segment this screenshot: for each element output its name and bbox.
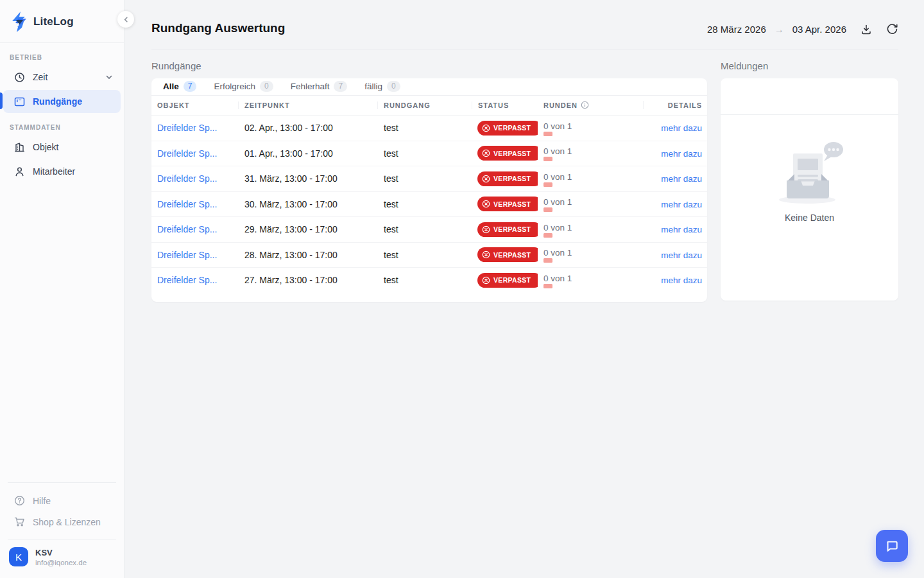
tab-count-badge: 7 <box>184 81 197 92</box>
runden-cell: 0 von 1 <box>538 272 644 288</box>
user-menu[interactable]: K KSV info@iqonex.de <box>0 539 124 569</box>
status-badge: VERPASST <box>477 247 538 262</box>
sidebar-item-label: Hilfe <box>33 496 113 506</box>
runden-cell: 0 von 1 <box>538 171 644 187</box>
mehr-dazu-link[interactable]: mehr dazu <box>661 276 702 285</box>
page-header: Rundgang Auswertung 28 März 2026 → 03 Ap… <box>151 0 898 49</box>
status-badge: VERPASST <box>477 197 538 211</box>
table-row: Dreifelder Sp... 30. März, 13:00 - 17:00… <box>151 191 707 217</box>
sidebar-section-betrieb: Betrieb <box>10 54 124 61</box>
runden-cell: 0 von 1 <box>538 222 644 238</box>
rundgaenge-table-card: Alle 7 Erfolgreich 0 Fehlerhaft 7 fällig… <box>151 78 707 302</box>
status-label: VERPASST <box>493 150 531 157</box>
zeitpunkt-cell: 31. März, 13:00 - 17:00 <box>239 173 378 184</box>
table-row: Dreifelder Sp... 02. Apr., 13:00 - 17:00… <box>151 115 707 141</box>
date-to[interactable]: 03 Apr. 2026 <box>792 24 846 35</box>
meldungen-card-header <box>721 78 898 115</box>
app-name: LiteLog <box>33 15 74 28</box>
tab-label: Alle <box>163 82 179 91</box>
sidebar-item-objekt[interactable]: Objekt <box>3 136 121 159</box>
column-header-zeitpunkt: Zeitpunkt <box>239 101 378 109</box>
x-circle-icon <box>482 250 490 259</box>
table-row: Dreifelder Sp... 29. März, 13:00 - 17:00… <box>151 216 707 242</box>
status-badge: VERPASST <box>477 121 538 136</box>
sidebar-item-zeit[interactable]: Zeit <box>3 66 121 89</box>
main-content: Rundgang Auswertung 28 März 2026 → 03 Ap… <box>124 0 924 578</box>
refresh-button[interactable] <box>886 23 898 35</box>
tab-label: Fehlerhaft <box>291 82 330 91</box>
sidebar-item-shop[interactable]: Shop & Lizenzen <box>3 512 121 532</box>
rundgaenge-icon <box>14 96 25 107</box>
x-circle-icon <box>482 149 490 157</box>
column-header-rundgang: Rundgang <box>378 101 472 109</box>
tab-count-badge: 0 <box>387 81 400 92</box>
status-label: VERPASST <box>493 200 531 208</box>
status-badge: VERPASST <box>477 171 538 186</box>
building-icon <box>14 142 25 153</box>
tab-alle[interactable]: Alle 7 <box>163 81 196 92</box>
refresh-icon <box>886 23 898 35</box>
zeitpunkt-cell: 01. Apr., 13:00 - 17:00 <box>239 148 378 159</box>
page-title: Rundgang Auswertung <box>151 21 285 35</box>
sidebar-item-rundgaenge[interactable]: Rundgänge <box>3 90 121 113</box>
sidebar-item-label: Objekt <box>33 142 113 152</box>
runden-cell: 0 von 1 <box>538 120 644 136</box>
x-circle-icon <box>482 200 490 208</box>
filter-tabs: Alle 7 Erfolgreich 0 Fehlerhaft 7 fällig… <box>151 78 707 96</box>
table-row: Dreifelder Sp... 27. März, 13:00 - 17:00… <box>151 267 707 293</box>
objekt-link[interactable]: Dreifelder Sp... <box>157 224 217 234</box>
objekt-link[interactable]: Dreifelder Sp... <box>157 173 217 184</box>
x-circle-icon <box>482 276 490 285</box>
sidebar-item-label: Rundgänge <box>33 96 113 107</box>
sidebar-collapse-button[interactable] <box>117 11 134 28</box>
table-row: Dreifelder Sp... 01. Apr., 13:00 - 17:00… <box>151 141 707 166</box>
mehr-dazu-link[interactable]: mehr dazu <box>661 200 702 209</box>
tab-label: Erfolgreich <box>214 82 255 91</box>
tab-faellig[interactable]: fällig 0 <box>364 81 400 92</box>
meldungen-card: Keine Daten <box>721 78 898 301</box>
objekt-link[interactable]: Dreifelder Sp... <box>157 148 217 159</box>
clock-icon <box>14 72 25 83</box>
rundgang-cell: test <box>378 199 472 209</box>
chevron-left-icon <box>123 16 130 23</box>
chat-support-button[interactable] <box>876 530 908 562</box>
runden-cell: 0 von 1 <box>538 196 644 212</box>
rundgang-cell: test <box>378 173 472 184</box>
column-header-objekt: Objekt <box>151 101 239 109</box>
objekt-link[interactable]: Dreifelder Sp... <box>157 199 217 209</box>
mehr-dazu-link[interactable]: mehr dazu <box>661 250 702 260</box>
objekt-link[interactable]: Dreifelder Sp... <box>157 250 217 260</box>
progress-bar <box>543 233 552 238</box>
rundgang-cell: test <box>378 148 472 159</box>
active-indicator <box>0 92 3 109</box>
info-icon[interactable] <box>581 101 589 109</box>
cart-icon <box>14 516 25 527</box>
objekt-link[interactable]: Dreifelder Sp... <box>157 275 217 285</box>
mehr-dazu-link[interactable]: mehr dazu <box>661 225 702 234</box>
zeitpunkt-cell: 29. März, 13:00 - 17:00 <box>239 224 378 234</box>
mehr-dazu-link[interactable]: mehr dazu <box>661 149 702 159</box>
mehr-dazu-link[interactable]: mehr dazu <box>661 174 702 184</box>
sidebar-item-mitarbeiter[interactable]: Mitarbeiter <box>3 160 121 183</box>
sidebar-item-label: Zeit <box>33 72 98 82</box>
objekt-link[interactable]: Dreifelder Sp... <box>157 123 217 133</box>
column-header-details: Details <box>644 101 707 109</box>
progress-bar <box>543 157 552 161</box>
sidebar-item-hilfe[interactable]: Hilfe <box>3 491 121 511</box>
tab-erfolgreich[interactable]: Erfolgreich 0 <box>214 81 273 92</box>
column-label: Runden <box>543 101 578 109</box>
sidebar-item-label: Mitarbeiter <box>33 166 113 177</box>
rundgaenge-section-title: Rundgänge <box>151 60 707 71</box>
empty-inbox-illustration <box>769 138 851 205</box>
download-button[interactable] <box>860 24 872 35</box>
progress-bar <box>543 132 552 136</box>
date-range-picker[interactable]: 28 März 2026 → 03 Apr. 2026 <box>707 24 846 35</box>
table-row: Dreifelder Sp... 31. März, 13:00 - 17:00… <box>151 166 707 191</box>
status-label: VERPASST <box>493 225 531 233</box>
x-circle-icon <box>482 124 490 132</box>
status-label: VERPASST <box>493 124 531 132</box>
date-from[interactable]: 28 März 2026 <box>707 24 766 35</box>
tab-fehlerhaft[interactable]: Fehlerhaft 7 <box>291 81 347 92</box>
mehr-dazu-link[interactable]: mehr dazu <box>661 123 702 133</box>
help-circle-icon <box>14 495 25 506</box>
